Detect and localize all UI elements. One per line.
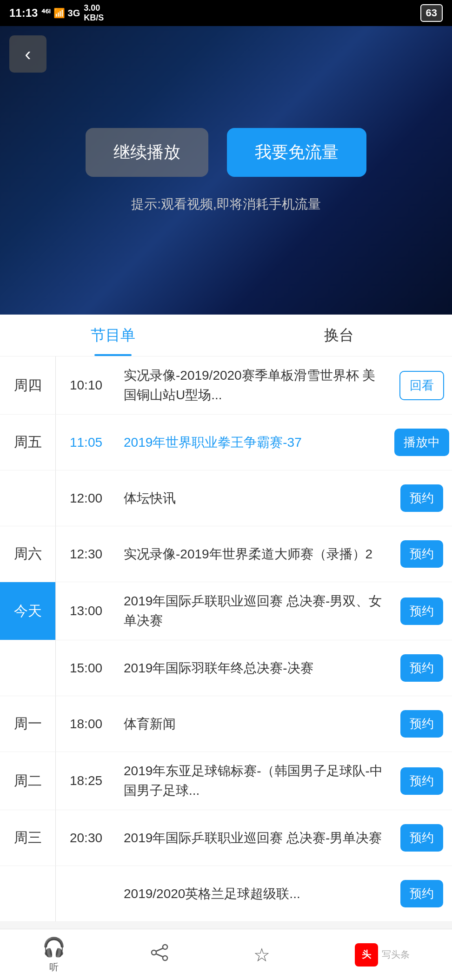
- action-cell: 回看: [392, 356, 452, 414]
- program-cell: 体育新闻: [116, 696, 392, 752]
- time-cell: [56, 866, 116, 921]
- action-button[interactable]: 预约: [400, 484, 443, 512]
- time-cell: 13:00: [56, 582, 116, 640]
- svg-point-1: [152, 950, 156, 955]
- action-cell: 预约: [392, 810, 452, 866]
- back-button[interactable]: ‹: [9, 35, 47, 73]
- svg-line-4: [156, 954, 163, 957]
- battery-indicator: 63: [420, 4, 443, 22]
- tab-bar: 节目单 换台: [0, 315, 452, 356]
- headphone-icon: 🎧: [42, 936, 66, 958]
- day-cell: 周六: [0, 526, 56, 582]
- day-cell: [0, 470, 56, 526]
- action-cell: 预约: [392, 582, 452, 640]
- day-cell: 周四: [0, 356, 56, 414]
- action-button[interactable]: 预约: [400, 654, 443, 682]
- action-button[interactable]: 预约: [400, 597, 443, 625]
- program-cell: 实况录像-2019年世界柔道大师赛（录播）2: [116, 526, 392, 582]
- video-hint: 提示:观看视频,即将消耗手机流量: [131, 195, 321, 213]
- action-button[interactable]: 预约: [400, 710, 443, 738]
- table-row: 周一18:00体育新闻预约: [0, 696, 452, 752]
- time-cell: 10:10: [56, 356, 116, 414]
- status-bar-left: 11:13 ⁴⁶ᴵ 📶 3G 3.00KB/S: [9, 3, 104, 23]
- nav-listen[interactable]: 🎧 听: [42, 936, 66, 973]
- day-cell: 今天: [0, 582, 56, 640]
- signal-icons: ⁴⁶ᴵ 📶 3G: [41, 7, 80, 19]
- nav-listen-label: 听: [49, 961, 59, 973]
- time-cell: 11:05: [56, 415, 116, 470]
- table-row: 2019/2020英格兰足球超级联...预约: [0, 866, 452, 922]
- svg-point-2: [163, 956, 167, 960]
- status-bar: 11:13 ⁴⁶ᴵ 📶 3G 3.00KB/S 63: [0, 0, 452, 26]
- star-icon: ☆: [253, 944, 270, 966]
- program-cell: 体坛快讯: [116, 470, 392, 526]
- nav-toutiao[interactable]: 头 写头条: [355, 943, 410, 967]
- table-row: 今天13:002019年国际乒联职业巡回赛 总决赛-男双、女单决赛预约: [0, 582, 452, 640]
- schedule-list: 周四10:10实况录像-2019/2020赛季单板滑雪世界杯 美国铜山站U型场.…: [0, 356, 452, 922]
- data-speed: 3.00KB/S: [84, 3, 104, 23]
- nav-share[interactable]: [150, 943, 169, 966]
- day-cell: 周一: [0, 696, 56, 752]
- program-cell: 2019年世界职业拳王争霸赛-37: [116, 415, 392, 470]
- program-cell: 实况录像-2019/2020赛季单板滑雪世界杯 美国铜山站U型场...: [116, 356, 392, 414]
- time-cell: 20:30: [56, 810, 116, 866]
- time-cell: 12:00: [56, 470, 116, 526]
- action-cell: 预约: [392, 470, 452, 526]
- program-cell: 2019/2020英格兰足球超级联...: [116, 866, 392, 921]
- table-row: 周五11:052019年世界职业拳王争霸赛-37播放中: [0, 415, 452, 470]
- status-time: 11:13: [9, 7, 38, 20]
- table-row: 周四10:10实况录像-2019/2020赛季单板滑雪世界杯 美国铜山站U型场.…: [0, 356, 452, 415]
- back-arrow-icon: ‹: [25, 45, 31, 63]
- tab-schedule[interactable]: 节目单: [0, 315, 226, 356]
- action-button[interactable]: 预约: [400, 824, 443, 852]
- action-button[interactable]: 预约: [400, 880, 443, 907]
- svg-point-0: [163, 945, 167, 949]
- continue-play-button[interactable]: 继续播放: [86, 128, 208, 177]
- day-cell: 周五: [0, 415, 56, 470]
- table-row: 12:00体坛快讯预约: [0, 470, 452, 526]
- table-row: 15:002019年国际羽联年终总决赛-决赛预约: [0, 640, 452, 696]
- action-cell: 预约: [392, 696, 452, 752]
- time-cell: 15:00: [56, 640, 116, 696]
- tab-change-channel[interactable]: 换台: [226, 315, 452, 356]
- free-traffic-button[interactable]: 我要免流量: [227, 128, 366, 177]
- action-cell: 预约: [392, 752, 452, 810]
- program-cell: 2019年东亚足球锦标赛-（韩国男子足球队-中国男子足球...: [116, 752, 392, 810]
- svg-line-3: [156, 948, 163, 951]
- action-cell: 播放中: [392, 415, 452, 470]
- day-cell: 周二: [0, 752, 56, 810]
- program-cell: 2019年国际乒联职业巡回赛 总决赛-男双、女单决赛: [116, 582, 392, 640]
- action-cell: 预约: [392, 640, 452, 696]
- day-cell: [0, 640, 56, 696]
- share-icon: [150, 943, 169, 966]
- action-button[interactable]: 回看: [399, 371, 444, 400]
- bottom-nav: 🎧 听 ☆ 头 写头条: [0, 929, 452, 980]
- video-buttons: 继续播放 我要免流量: [86, 128, 366, 177]
- day-cell: [0, 866, 56, 921]
- action-button[interactable]: 预约: [400, 540, 443, 568]
- action-button[interactable]: 播放中: [394, 429, 449, 456]
- toutiao-logo-icon: 头: [355, 943, 378, 967]
- time-cell: 12:30: [56, 526, 116, 582]
- table-row: 周六12:30实况录像-2019年世界柔道大师赛（录播）2预约: [0, 526, 452, 582]
- watermark-label: 写头条: [382, 948, 410, 961]
- time-cell: 18:00: [56, 696, 116, 752]
- program-cell: 2019年国际乒联职业巡回赛 总决赛-男单决赛: [116, 810, 392, 866]
- action-cell: 预约: [392, 526, 452, 582]
- program-cell: 2019年国际羽联年终总决赛-决赛: [116, 640, 392, 696]
- video-section: ‹ 继续播放 我要免流量 提示:观看视频,即将消耗手机流量: [0, 26, 452, 315]
- nav-favorite[interactable]: ☆: [253, 944, 270, 966]
- action-cell: 预约: [392, 866, 452, 921]
- table-row: 周三20:302019年国际乒联职业巡回赛 总决赛-男单决赛预约: [0, 810, 452, 866]
- time-cell: 18:25: [56, 752, 116, 810]
- table-row: 周二18:252019年东亚足球锦标赛-（韩国男子足球队-中国男子足球...预约: [0, 752, 452, 810]
- day-cell: 周三: [0, 810, 56, 866]
- action-button[interactable]: 预约: [400, 767, 443, 795]
